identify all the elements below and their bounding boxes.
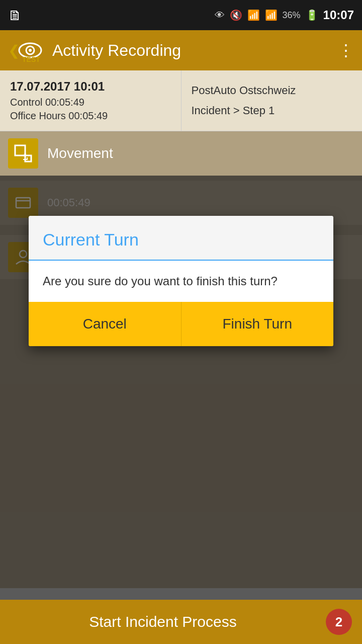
movement-icon (8, 138, 38, 169)
dialog-title-section: Current Turn (29, 216, 333, 261)
dialog-body: Are you sure do you want to finish this … (29, 261, 333, 302)
header-title: Activity Recording (52, 41, 181, 60)
info-incident: Incident > Step 1 (192, 104, 352, 117)
logo-container: ❮ TEST (8, 37, 43, 64)
svg-rect-3 (15, 145, 25, 155)
info-office-hours: Office Hours 00:05:49 (10, 110, 171, 122)
info-date: 17.07.2017 10:01 (10, 79, 171, 94)
app-icon: 🗎 (8, 7, 22, 24)
info-control: Control 00:05:49 (10, 97, 171, 108)
dialog: Current Turn Are you sure do you want to… (29, 216, 333, 346)
battery-icon: 🔋 (306, 9, 318, 21)
info-right: PostAuto Ostschweiz Incident > Step 1 (182, 70, 363, 131)
bottom-bar[interactable]: Start Incident Process 2 (0, 600, 362, 644)
header-logo: ❮ TEST Activity Recording (8, 37, 338, 64)
dialog-title: Current Turn (43, 230, 139, 249)
app-header: ❮ TEST Activity Recording ⋮ (0, 30, 362, 70)
finish-turn-button[interactable]: Finish Turn (182, 302, 334, 346)
info-section: 17.07.2017 10:01 Control 00:05:49 Office… (0, 70, 362, 131)
battery-level: 36% (283, 10, 301, 21)
movement-label: Movement (47, 145, 113, 162)
wifi-icon: 📶 (247, 9, 260, 21)
mute-icon: 🔇 (230, 9, 242, 21)
signal-icon: 📶 (265, 9, 278, 21)
info-left: 17.07.2017 10:01 Control 00:05:49 Office… (0, 70, 182, 131)
test-label: TEST (22, 55, 40, 63)
eye-slash-icon: 👁 (215, 10, 225, 21)
more-options-icon[interactable]: ⋮ (338, 41, 354, 60)
status-bar: 🗎 👁 🔇 📶 📶 36% 🔋 10:07 (0, 0, 362, 30)
svg-point-2 (29, 49, 32, 52)
dialog-buttons: Cancel Finish Turn (29, 302, 333, 346)
movement-svg-icon (13, 143, 33, 164)
bottom-bar-label: Start Incident Process (0, 613, 326, 630)
movement-section: Movement (0, 131, 362, 176)
cancel-button[interactable]: Cancel (29, 302, 182, 346)
info-company: PostAuto Ostschweiz (192, 84, 352, 97)
status-time: 10:07 (323, 8, 354, 22)
bottom-badge: 2 (326, 609, 352, 635)
main-content: 00:05:49 ... Current Turn Are you sure d… (0, 176, 362, 588)
dialog-message: Are you sure do you want to finish this … (43, 274, 278, 288)
